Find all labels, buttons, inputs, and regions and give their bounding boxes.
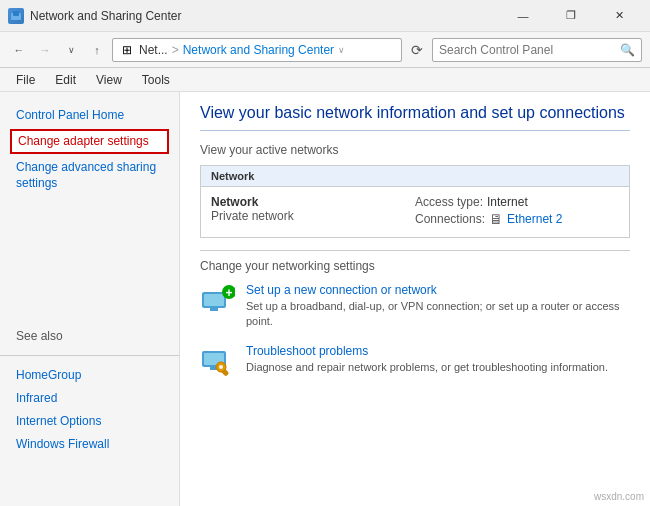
main-content: Control Panel Home Change adapter settin…	[0, 92, 650, 506]
path-icon: ⊞	[119, 42, 135, 58]
sidebar-item-windows-firewall[interactable]: Windows Firewall	[0, 433, 179, 456]
sidebar-item-change-sharing[interactable]: Change advanced sharing settings	[0, 156, 179, 196]
search-input[interactable]	[439, 43, 620, 57]
svg-rect-3	[204, 294, 224, 306]
path-separator: >	[172, 43, 179, 57]
network-left: Network Private network	[211, 195, 415, 229]
troubleshoot-desc: Diagnose and repair network problems, or…	[246, 361, 608, 373]
network-name: Network	[211, 195, 415, 209]
network-info-header: Network	[201, 166, 629, 187]
menu-file[interactable]: File	[8, 71, 43, 89]
svg-rect-4	[210, 308, 218, 311]
svg-rect-1	[13, 11, 19, 16]
path-part1: Net...	[139, 43, 168, 57]
active-networks-label: View your active networks	[200, 143, 630, 157]
search-icon: 🔍	[620, 43, 635, 57]
search-box[interactable]: 🔍	[432, 38, 642, 62]
window-title: Network and Sharing Center	[30, 9, 500, 23]
troubleshoot-item: Troubleshoot problems Diagnose and repai…	[200, 344, 630, 380]
setup-desc: Set up a broadband, dial-up, or VPN conn…	[246, 300, 620, 327]
network-type: Private network	[211, 209, 415, 223]
access-type-value: Internet	[487, 195, 528, 209]
menu-bar: File Edit View Tools	[0, 68, 650, 92]
sidebar-item-internet-options[interactable]: Internet Options	[0, 410, 179, 433]
setup-icon-box: +	[200, 283, 236, 319]
menu-tools[interactable]: Tools	[134, 71, 178, 89]
address-bar: ← → ∨ ↑ ⊞ Net... > Network and Sharing C…	[0, 32, 650, 68]
sidebar-divider	[0, 355, 179, 356]
access-type-label: Access type:	[415, 195, 483, 209]
troubleshoot-icon	[201, 345, 235, 379]
see-also-label: See also	[0, 315, 179, 347]
restore-button[interactable]: ❐	[548, 6, 594, 26]
sidebar-item-control-panel-home[interactable]: Control Panel Home	[0, 104, 179, 127]
forward-button[interactable]: →	[34, 39, 56, 61]
right-panel: View your basic network information and …	[180, 92, 650, 506]
page-title: View your basic network information and …	[200, 104, 630, 131]
dropdown-button[interactable]: ∨	[60, 39, 82, 61]
network-info-body: Network Private network Access type: Int…	[201, 187, 629, 237]
sidebar: Control Panel Home Change adapter settin…	[0, 92, 180, 506]
minimize-button[interactable]: —	[500, 6, 546, 26]
setup-icon: +	[201, 284, 235, 318]
network-col2-header	[415, 170, 619, 182]
network-right: Access type: Internet Connections: 🖥 Eth…	[415, 195, 619, 229]
path-dropdown[interactable]: ∨	[338, 45, 345, 55]
sidebar-item-homegroup[interactable]: HomeGroup	[0, 364, 179, 387]
troubleshoot-text: Troubleshoot problems Diagnose and repai…	[246, 344, 608, 375]
network-info-box: Network Network Private network Access t…	[200, 165, 630, 238]
setup-text: Set up a new connection or network Set u…	[246, 283, 630, 330]
app-icon	[8, 8, 24, 24]
network-col1-header: Network	[211, 170, 415, 182]
setup-item: + Set up a new connection or network Set…	[200, 283, 630, 330]
setup-link[interactable]: Set up a new connection or network	[246, 283, 630, 297]
back-button[interactable]: ←	[8, 39, 30, 61]
connections-label: Connections:	[415, 212, 485, 226]
access-type-row: Access type: Internet	[415, 195, 619, 209]
watermark: wsxdn.com	[594, 491, 644, 502]
close-button[interactable]: ✕	[596, 6, 642, 26]
sidebar-item-change-adapter[interactable]: Change adapter settings	[10, 129, 169, 154]
menu-edit[interactable]: Edit	[47, 71, 84, 89]
up-button[interactable]: ↑	[86, 39, 108, 61]
svg-point-12	[219, 365, 223, 369]
path-part2[interactable]: Network and Sharing Center	[183, 43, 334, 57]
refresh-button[interactable]: ⟳	[406, 38, 428, 62]
title-bar: Network and Sharing Center — ❐ ✕	[0, 0, 650, 32]
connections-value[interactable]: Ethernet 2	[507, 212, 562, 226]
connections-row: Connections: 🖥 Ethernet 2	[415, 211, 619, 227]
troubleshoot-link[interactable]: Troubleshoot problems	[246, 344, 608, 358]
svg-text:+: +	[225, 286, 232, 300]
change-settings-title: Change your networking settings	[200, 250, 630, 273]
menu-view[interactable]: View	[88, 71, 130, 89]
troubleshoot-icon-box	[200, 344, 236, 380]
network-icon: 🖥	[489, 211, 503, 227]
sidebar-item-infrared[interactable]: Infrared	[0, 387, 179, 410]
change-settings-section: Change your networking settings + Se	[200, 250, 630, 380]
address-path[interactable]: ⊞ Net... > Network and Sharing Center ∨	[112, 38, 402, 62]
window-controls: — ❐ ✕	[500, 6, 642, 26]
